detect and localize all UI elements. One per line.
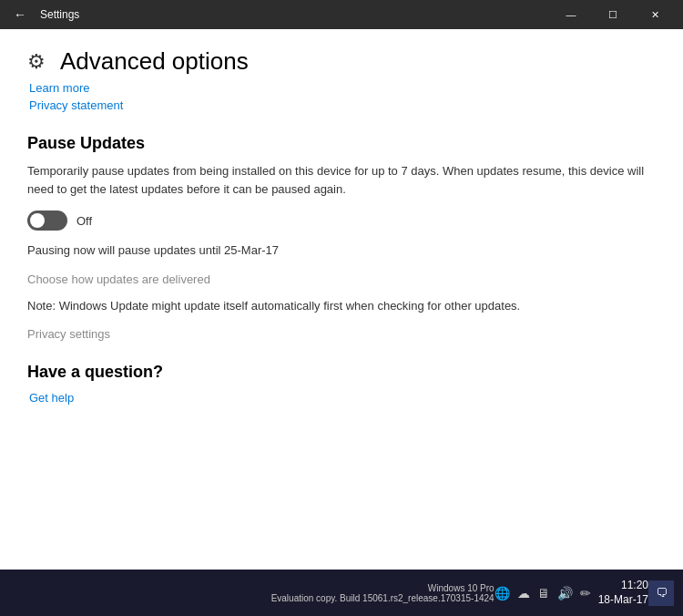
- gear-icon: ⚙: [27, 50, 46, 74]
- delivery-link[interactable]: Choose how updates are delivered: [27, 272, 656, 286]
- taskbar-time: 11:20: [598, 579, 648, 593]
- pause-toggle[interactable]: [27, 210, 67, 231]
- notification-button[interactable]: 🗨: [648, 580, 674, 606]
- taskbar-icons: 🌐 ☁ 🖥 🔊 ✏: [494, 586, 591, 601]
- back-button[interactable]: ←: [7, 2, 33, 27]
- taskbar-watermark: Windows 10 Pro Evaluation copy. Build 15…: [271, 583, 494, 603]
- settings-content: ⚙ Advanced options Learn more Privacy st…: [0, 29, 683, 570]
- pause-updates-heading: Pause Updates: [27, 134, 656, 153]
- toggle-track: [27, 210, 67, 231]
- maximize-button[interactable]: ☐: [592, 0, 634, 29]
- close-button[interactable]: ✕: [634, 0, 676, 29]
- pause-updates-description: Temporarily pause updates from being ins…: [27, 162, 656, 198]
- toggle-label: Off: [76, 214, 92, 228]
- pause-note: Pausing now will pause updates until 25-…: [27, 241, 656, 260]
- titlebar-title: Settings: [40, 8, 543, 21]
- network-icon: 🌐: [494, 586, 510, 601]
- update-note: Note: Windows Update might update itself…: [27, 297, 656, 315]
- onedrive-icon: ☁: [517, 586, 530, 601]
- titlebar: ← Settings — ☐ ✕: [0, 0, 683, 29]
- taskbar-date: 18-Mar-17: [598, 593, 648, 608]
- minimize-button[interactable]: —: [550, 0, 592, 29]
- page-title: Advanced options: [60, 47, 249, 76]
- page-header: ⚙ Advanced options: [27, 47, 656, 76]
- privacy-settings-link[interactable]: Privacy settings: [27, 327, 656, 341]
- edit-icon: ✏: [580, 586, 591, 601]
- content-area: ⚙ Advanced options Learn more Privacy st…: [0, 29, 683, 570]
- watermark-line2: Evaluation copy. Build 15061.rs2_release…: [271, 593, 494, 603]
- volume-icon: 🔊: [557, 586, 573, 601]
- notification-icon: 🗨: [656, 586, 668, 600]
- network-eth-icon: 🖥: [537, 586, 550, 601]
- watermark-line1: Windows 10 Pro: [271, 583, 494, 593]
- privacy-statement-link[interactable]: Privacy statement: [27, 98, 656, 112]
- taskbar-clock: 11:20 18-Mar-17: [598, 579, 648, 607]
- toggle-thumb: [30, 213, 45, 228]
- have-a-question-heading: Have a question?: [27, 363, 656, 382]
- taskbar: Windows 10 Pro Evaluation copy. Build 15…: [0, 570, 683, 616]
- pause-toggle-row: Off: [27, 210, 656, 231]
- window-controls: — ☐ ✕: [550, 0, 676, 29]
- learn-more-link[interactable]: Learn more: [27, 81, 656, 95]
- get-help-link[interactable]: Get help: [27, 391, 656, 405]
